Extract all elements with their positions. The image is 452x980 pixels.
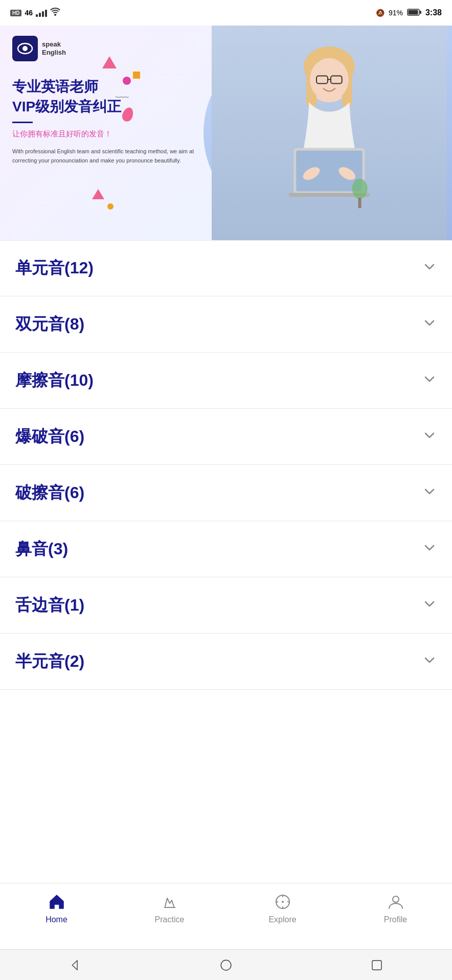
svg-point-22	[282, 901, 284, 903]
section-label-0: 单元音(12)	[15, 257, 94, 279]
section-list: 单元音(12)双元音(8)摩擦音(10)爆破音(6)破擦音(6)鼻音(3)舌边音…	[0, 240, 452, 690]
nav-item-profile[interactable]: Profile	[339, 892, 452, 924]
logo-text-area: speak English	[42, 40, 66, 56]
section-item-5[interactable]: 鼻音(3)	[0, 521, 452, 577]
banner-description: With professional English team and scien…	[12, 147, 214, 165]
nav-label-profile: Profile	[384, 915, 407, 924]
chevron-icon-6	[422, 597, 437, 614]
bar1	[36, 14, 38, 17]
section-label-2: 摩擦音(10)	[15, 369, 94, 392]
bottom-nav: Home Practice Explore	[0, 883, 452, 949]
chevron-icon-7	[422, 653, 437, 670]
profile-icon	[386, 892, 406, 912]
section-label-3: 爆破音(6)	[15, 426, 84, 448]
status-bar: HD 46 🔕 91% 3:38	[0, 0, 452, 26]
chevron-icon-1	[422, 316, 437, 333]
nav-label-home: Home	[46, 915, 67, 924]
wifi-icon	[50, 8, 60, 18]
back-button[interactable]	[66, 956, 84, 974]
explore-icon	[273, 892, 293, 912]
logo-icon	[12, 36, 38, 61]
banner-photo-placeholder	[212, 26, 447, 240]
svg-rect-2	[420, 11, 421, 14]
home-button[interactable]	[217, 956, 235, 974]
battery-percent: 91%	[389, 9, 403, 17]
banner: ~~~ speak English 专业英语老师	[0, 26, 452, 240]
chevron-icon-3	[422, 428, 437, 446]
chevron-icon-0	[422, 260, 437, 277]
hd-badge: HD	[10, 10, 21, 16]
practice-icon	[160, 892, 180, 912]
time-display: 3:38	[425, 8, 442, 17]
section-label-7: 半元音(2)	[15, 650, 84, 673]
bar3	[42, 11, 44, 17]
home-icon	[47, 892, 67, 912]
section-label-6: 舌边音(1)	[15, 594, 84, 617]
banner-content: speak English 专业英语老师 VIP级别发音纠正 让你拥有标准且好听…	[0, 26, 226, 240]
nav-label-practice: Practice	[155, 915, 185, 924]
svg-point-16	[352, 179, 368, 199]
section-item-4[interactable]: 破擦音(6)	[0, 465, 452, 521]
svg-marker-28	[73, 960, 78, 969]
section-label-4: 破擦音(6)	[15, 482, 84, 504]
chevron-icon-2	[422, 372, 437, 389]
banner-title-line2: VIP级别发音纠正	[12, 99, 121, 114]
section-item-6[interactable]: 舌边音(1)	[0, 577, 452, 634]
nav-item-practice[interactable]: Practice	[113, 892, 226, 924]
logo-english-text: English	[42, 49, 66, 57]
system-nav-bar	[0, 949, 452, 980]
notification-icon: 🔕	[376, 9, 385, 17]
banner-divider	[12, 122, 33, 123]
section-item-0[interactable]: 单元音(12)	[0, 240, 452, 296]
section-label-5: 鼻音(3)	[15, 538, 68, 561]
svg-rect-12	[297, 151, 363, 192]
main-content: ~~~ speak English 专业英语老师	[0, 26, 452, 792]
bar2	[39, 13, 41, 17]
recents-button[interactable]	[368, 956, 386, 974]
banner-photo	[212, 26, 447, 240]
signal-bars	[36, 9, 47, 17]
section-item-1[interactable]: 双元音(8)	[0, 296, 452, 353]
bar4	[45, 10, 47, 17]
status-right: 🔕 91% 3:38	[376, 8, 442, 17]
section-item-3[interactable]: 爆破音(6)	[0, 409, 452, 465]
banner-title: 专业英语老师 VIP级别发音纠正	[12, 77, 214, 116]
svg-point-19	[22, 46, 28, 51]
nav-item-explore[interactable]: Explore	[226, 892, 339, 924]
svg-rect-1	[408, 10, 418, 14]
logo-area: speak English	[12, 36, 214, 61]
status-left: HD 46	[10, 8, 60, 18]
chevron-icon-4	[422, 484, 437, 502]
logo-speak-text: speak	[42, 40, 66, 49]
signal-text: 46	[25, 9, 33, 17]
svg-rect-30	[372, 960, 381, 969]
chevron-icon-5	[422, 541, 437, 558]
battery-icon	[407, 9, 421, 17]
nav-label-explore: Explore	[268, 915, 296, 924]
svg-point-27	[393, 896, 399, 902]
svg-point-29	[221, 960, 231, 970]
section-item-7[interactable]: 半元音(2)	[0, 634, 452, 690]
nav-item-home[interactable]: Home	[0, 892, 113, 924]
section-label-1: 双元音(8)	[15, 313, 84, 336]
svg-rect-17	[358, 198, 361, 208]
section-item-2[interactable]: 摩擦音(10)	[0, 353, 452, 409]
banner-subtitle: 让你拥有标准且好听的发音！	[12, 129, 214, 139]
banner-title-line1: 专业英语老师	[12, 79, 98, 95]
